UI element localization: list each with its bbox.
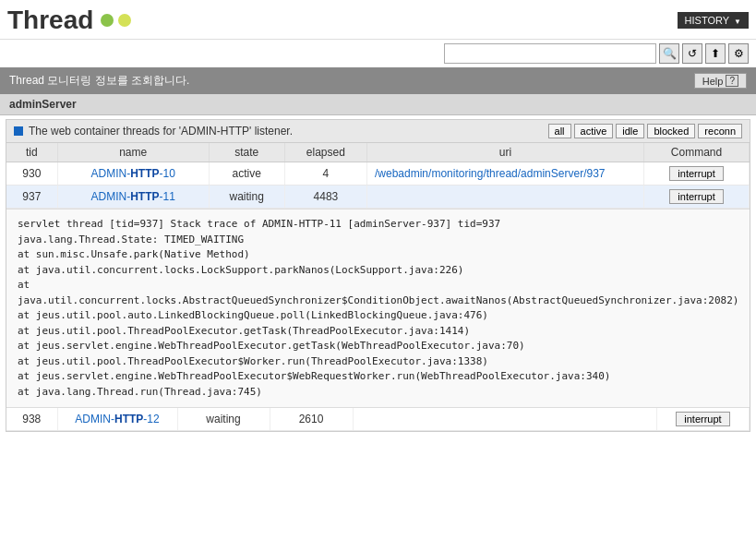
- col-elapsed: elapsed: [284, 143, 366, 162]
- thread-section-header: The web container threads for 'ADMIN-HTT…: [6, 120, 750, 143]
- interrupt-button[interactable]: interrupt: [676, 412, 729, 426]
- cell-elapsed: 4: [284, 162, 366, 186]
- search-input[interactable]: [444, 43, 656, 64]
- cell-tid: 937: [6, 186, 57, 209]
- export-button[interactable]: ⬆: [705, 43, 726, 64]
- history-button[interactable]: HISTORY: [678, 12, 749, 29]
- col-state: state: [209, 143, 284, 162]
- uri-link[interactable]: /webadmin/monitoring/thread/adminServer/…: [375, 167, 605, 180]
- status-dots: [101, 14, 131, 27]
- table-row: 930 ADMIN-HTTP-10 active 4 /webadmin/mon…: [6, 162, 750, 186]
- page-title-container: Thread: [7, 6, 131, 35]
- cell-command: interrupt: [644, 186, 750, 209]
- thread-name-link[interactable]: ADMIN-HTTP-10: [90, 167, 174, 180]
- chevron-down-icon: [732, 15, 741, 26]
- table-row: 938 ADMIN-HTTP-12 waiting 2610 interrupt: [6, 408, 750, 431]
- info-bar: Thread 모니터링 정보를 조회합니다. Help ?: [0, 67, 756, 94]
- cell-elapsed: 2610: [270, 408, 353, 431]
- thread-name-link[interactable]: ADMIN-HTTP-12: [75, 413, 159, 425]
- cell-uri: /webadmin/monitoring/thread/adminServer/…: [367, 162, 644, 186]
- cell-state: active: [209, 162, 284, 186]
- col-tid: tid: [6, 143, 57, 162]
- dot-green: [101, 14, 114, 27]
- cell-elapsed: 4483: [284, 186, 366, 209]
- cell-name: ADMIN-HTTP-11: [57, 186, 209, 209]
- cell-state: waiting: [177, 408, 270, 431]
- col-uri: uri: [367, 143, 644, 162]
- thread-section-title: The web container threads for 'ADMIN-HTT…: [29, 125, 293, 138]
- interrupt-button[interactable]: interrupt: [669, 166, 723, 181]
- cell-tid: 930: [6, 162, 57, 186]
- page-title: Thread: [7, 6, 93, 35]
- col-name: name: [57, 143, 209, 162]
- search-button[interactable]: 🔍: [659, 43, 679, 64]
- thread-section-title-container: The web container threads for 'ADMIN-HTT…: [14, 125, 293, 138]
- cell-command: interrupt: [657, 408, 750, 431]
- thread-name-link[interactable]: ADMIN-HTTP-11: [90, 190, 174, 203]
- cell-command: interrupt: [644, 162, 750, 186]
- thread-table: tid name state elapsed uri Command 930 A…: [6, 143, 750, 209]
- info-message: Thread 모니터링 정보를 조회합니다.: [9, 73, 189, 89]
- interrupt-button[interactable]: interrupt: [669, 189, 723, 204]
- col-command: Command: [644, 143, 750, 162]
- table-header-row: tid name state elapsed uri Command: [6, 143, 750, 162]
- blue-square-icon: [14, 126, 23, 136]
- stack-trace-area: servlet thread [tid=937] Stack trace of …: [6, 209, 750, 408]
- thread-table-bottom: 938 ADMIN-HTTP-12 waiting 2610 interrupt: [6, 408, 750, 431]
- cell-uri: [367, 186, 644, 209]
- filter-all-button[interactable]: all: [548, 124, 571, 138]
- filter-idle-button[interactable]: idle: [616, 124, 644, 138]
- filter-blocked-button[interactable]: blocked: [647, 124, 695, 138]
- cell-state: waiting: [209, 186, 284, 209]
- header-right: HISTORY: [678, 12, 749, 29]
- cell-uri: [353, 408, 657, 431]
- filter-reconn-button[interactable]: reconn: [698, 124, 742, 138]
- dot-yellow: [118, 14, 131, 27]
- table-row: 937 ADMIN-HTTP-11 waiting 4483 interrupt: [6, 186, 750, 209]
- cell-name: ADMIN-HTTP-10: [57, 162, 209, 186]
- help-button[interactable]: Help ?: [694, 73, 747, 89]
- settings-button[interactable]: ⚙: [728, 43, 749, 64]
- filter-buttons: all active idle blocked reconn: [548, 124, 742, 138]
- server-label: adminServer: [0, 94, 756, 115]
- refresh-button[interactable]: ↺: [682, 43, 702, 64]
- cell-name: ADMIN-HTTP-12: [57, 408, 177, 431]
- search-bar: 🔍 ↺ ⬆ ⚙: [0, 40, 756, 67]
- filter-active-button[interactable]: active: [574, 124, 614, 138]
- thread-section: The web container threads for 'ADMIN-HTT…: [6, 119, 750, 432]
- help-icon: ?: [726, 75, 738, 87]
- cell-tid: 938: [6, 408, 57, 431]
